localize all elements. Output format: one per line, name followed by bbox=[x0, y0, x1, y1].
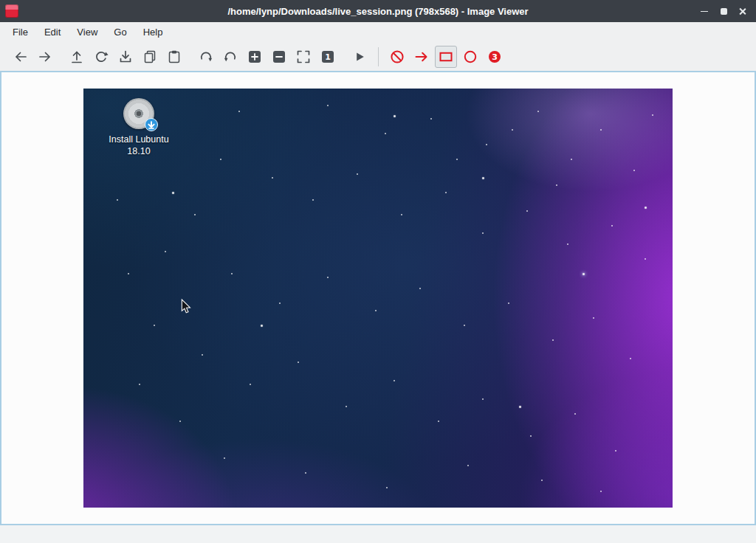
window-title: /home/lynp/Downloads/live_session.png (7… bbox=[227, 6, 528, 17]
zoom-in-button[interactable] bbox=[244, 46, 266, 68]
slideshow-button[interactable] bbox=[348, 46, 371, 68]
window-controls bbox=[700, 7, 747, 15]
image-viewport[interactable]: Install Lubuntu 18.10 bbox=[0, 71, 756, 525]
menu-file[interactable]: File bbox=[4, 22, 36, 42]
paste-button[interactable] bbox=[163, 46, 185, 68]
circle-annotation-button[interactable] bbox=[459, 46, 481, 68]
menu-go[interactable]: Go bbox=[106, 22, 134, 42]
menu-edit[interactable]: Edit bbox=[36, 22, 69, 42]
rectangle-annotation-button[interactable] bbox=[435, 46, 457, 68]
bright-stars-layer bbox=[83, 89, 86, 91]
copy-button[interactable] bbox=[139, 46, 161, 68]
no-annotation-button[interactable] bbox=[386, 46, 408, 68]
menubar: File Edit View Go Help bbox=[0, 22, 756, 42]
rotate-counterclockwise-button[interactable] bbox=[219, 46, 241, 68]
save-file-button[interactable] bbox=[114, 46, 137, 68]
original-size-button[interactable]: 1 bbox=[317, 46, 339, 68]
download-badge-icon bbox=[145, 118, 158, 131]
close-icon[interactable] bbox=[738, 7, 747, 15]
number-annotation-button[interactable]: 3 bbox=[484, 46, 506, 68]
svg-text:1: 1 bbox=[325, 52, 331, 62]
toolbar: 13 bbox=[0, 42, 756, 71]
image-viewer-window: /home/lynp/Downloads/live_session.png (7… bbox=[0, 0, 756, 543]
toolbar-separator bbox=[378, 47, 379, 66]
rotate-clockwise-button[interactable] bbox=[195, 46, 217, 68]
maximize-icon[interactable] bbox=[719, 7, 728, 15]
desktop-icon-label: Install Lubuntu 18.10 bbox=[98, 134, 179, 158]
next-image-button[interactable] bbox=[34, 46, 56, 68]
install-lubuntu-desktop-icon: Install Lubuntu 18.10 bbox=[98, 98, 179, 158]
zoom-out-button[interactable] bbox=[268, 46, 290, 68]
arrow-annotation-button[interactable] bbox=[410, 46, 433, 68]
fit-window-button[interactable] bbox=[292, 46, 315, 68]
svg-text:3: 3 bbox=[492, 52, 498, 62]
displayed-image[interactable]: Install Lubuntu 18.10 bbox=[83, 89, 673, 508]
minimize-icon[interactable] bbox=[700, 7, 709, 15]
mouse-cursor-icon bbox=[181, 299, 192, 314]
titlebar[interactable]: /home/lynp/Downloads/live_session.png (7… bbox=[0, 0, 756, 22]
menu-view[interactable]: View bbox=[69, 22, 106, 42]
cd-disc-icon bbox=[123, 98, 154, 129]
menu-help[interactable]: Help bbox=[135, 22, 171, 42]
previous-image-button[interactable] bbox=[10, 46, 32, 68]
open-file-button[interactable] bbox=[66, 46, 88, 68]
image-viewer-app-icon bbox=[5, 4, 18, 18]
status-bar bbox=[0, 525, 756, 543]
reload-button[interactable] bbox=[90, 46, 112, 68]
